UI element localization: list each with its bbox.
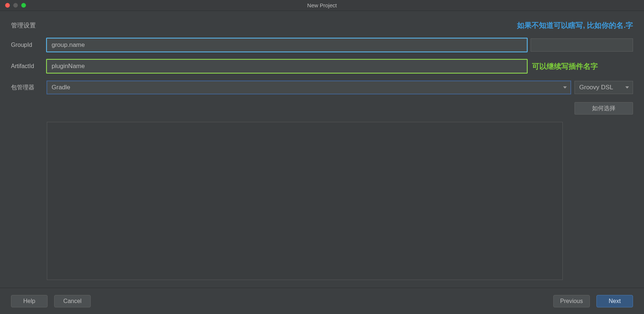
artifactid-row: ArtifactId 可以继续写插件名字 [11, 60, 633, 73]
build-dropdown-value: Gradle [52, 84, 70, 91]
section-header: 管理设置 如果不知道可以瞎写, 比如你的名.字 [11, 20, 633, 30]
next-label: Next [609, 298, 621, 304]
help-label: Help [23, 298, 35, 304]
content-area: 管理设置 如果不知道可以瞎写, 比如你的名.字 GroupId Artifact… [0, 11, 644, 288]
build-label: 包管理器 [11, 84, 43, 91]
minimize-icon [13, 3, 18, 8]
zoom-icon[interactable] [21, 3, 26, 8]
chevron-down-icon [563, 86, 567, 89]
groupid-annotation: 如果不知道可以瞎写, 比如你的名.字 [517, 20, 633, 30]
artifactid-input[interactable] [47, 60, 527, 73]
build-row: 包管理器 Gradle Groovy DSL [11, 81, 633, 94]
build-dropdown[interactable]: Gradle [47, 81, 571, 94]
cancel-button[interactable]: Cancel [54, 295, 91, 307]
groupid-input-wrap [47, 38, 527, 52]
window-controls [0, 3, 26, 8]
close-icon[interactable] [5, 3, 10, 8]
section-heading: 管理设置 [11, 21, 36, 30]
cancel-label: Cancel [63, 298, 82, 304]
titlebar: New Project [0, 0, 644, 11]
dsl-dropdown[interactable]: Groovy DSL [574, 81, 633, 94]
groupid-trail-input[interactable] [531, 38, 633, 52]
footer: Help Cancel Previous Next [0, 288, 644, 314]
new-project-window: New Project 管理设置 如果不知道可以瞎写, 比如你的名.字 Grou… [0, 0, 644, 314]
previous-label: Previous [560, 298, 583, 304]
help-button[interactable]: Help [11, 295, 48, 307]
previous-button[interactable]: Previous [553, 295, 590, 307]
next-button[interactable]: Next [596, 295, 633, 307]
how-to-choose-button[interactable]: 如何选择 [574, 102, 633, 115]
description-box[interactable] [47, 122, 563, 280]
how-to-choose-label: 如何选择 [592, 105, 615, 112]
groupid-label: GroupId [11, 42, 43, 48]
artifactid-label: ArtifactId [11, 63, 43, 70]
dsl-dropdown-value: Groovy DSL [579, 84, 613, 91]
chevron-down-icon [625, 86, 629, 89]
artifactid-input-wrap [47, 60, 527, 73]
window-title: New Project [0, 2, 644, 8]
artifactid-annotation: 可以继续写插件名字 [531, 61, 633, 71]
groupid-input[interactable] [47, 38, 527, 52]
helper-row: 如何选择 [11, 102, 633, 115]
groupid-row: GroupId [11, 38, 633, 52]
